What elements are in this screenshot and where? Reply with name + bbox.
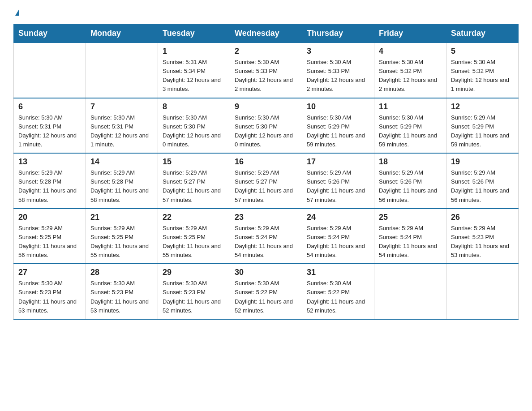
day-number: 18 bbox=[379, 157, 442, 167]
day-header-saturday: Saturday bbox=[446, 24, 519, 43]
calendar-cell: 17Sunrise: 5:29 AM Sunset: 5:26 PM Dayli… bbox=[302, 153, 374, 209]
day-number: 26 bbox=[451, 213, 514, 222]
calendar-cell: 3Sunrise: 5:30 AM Sunset: 5:33 PM Daylig… bbox=[302, 43, 374, 98]
day-info: Sunrise: 5:30 AM Sunset: 5:30 PM Dayligh… bbox=[163, 113, 225, 150]
calendar-cell: 11Sunrise: 5:30 AM Sunset: 5:29 PM Dayli… bbox=[374, 98, 446, 154]
calendar-cell: 15Sunrise: 5:29 AM Sunset: 5:27 PM Dayli… bbox=[158, 153, 230, 209]
calendar-cell: 21Sunrise: 5:29 AM Sunset: 5:25 PM Dayli… bbox=[86, 209, 158, 264]
day-number: 16 bbox=[235, 157, 297, 167]
day-info: Sunrise: 5:29 AM Sunset: 5:26 PM Dayligh… bbox=[451, 168, 514, 205]
calendar-cell: 1Sunrise: 5:31 AM Sunset: 5:34 PM Daylig… bbox=[158, 43, 230, 98]
calendar-cell: 7Sunrise: 5:30 AM Sunset: 5:31 PM Daylig… bbox=[86, 98, 158, 154]
logo-line1 bbox=[13, 9, 19, 17]
calendar-cell: 5Sunrise: 5:30 AM Sunset: 5:32 PM Daylig… bbox=[446, 43, 519, 98]
day-header-wednesday: Wednesday bbox=[230, 24, 302, 43]
day-number: 28 bbox=[90, 268, 153, 277]
calendar-cell bbox=[14, 43, 86, 98]
calendar-cell: 22Sunrise: 5:29 AM Sunset: 5:25 PM Dayli… bbox=[158, 209, 230, 264]
day-info: Sunrise: 5:31 AM Sunset: 5:34 PM Dayligh… bbox=[163, 58, 225, 94]
calendar-body: 1Sunrise: 5:31 AM Sunset: 5:34 PM Daylig… bbox=[14, 43, 519, 319]
day-info: Sunrise: 5:29 AM Sunset: 5:26 PM Dayligh… bbox=[307, 168, 369, 205]
day-info: Sunrise: 5:30 AM Sunset: 5:32 PM Dayligh… bbox=[379, 58, 442, 94]
day-header-monday: Monday bbox=[86, 24, 158, 43]
calendar-cell: 29Sunrise: 5:30 AM Sunset: 5:23 PM Dayli… bbox=[158, 264, 230, 319]
day-info: Sunrise: 5:30 AM Sunset: 5:33 PM Dayligh… bbox=[307, 58, 369, 94]
calendar-cell: 30Sunrise: 5:30 AM Sunset: 5:22 PM Dayli… bbox=[230, 264, 302, 319]
calendar-cell: 13Sunrise: 5:29 AM Sunset: 5:28 PM Dayli… bbox=[14, 153, 86, 209]
day-number: 13 bbox=[18, 157, 81, 167]
calendar-week-row: 27Sunrise: 5:30 AM Sunset: 5:23 PM Dayli… bbox=[14, 264, 519, 319]
calendar-week-row: 6Sunrise: 5:30 AM Sunset: 5:31 PM Daylig… bbox=[14, 98, 519, 154]
day-number: 11 bbox=[379, 102, 442, 111]
day-number: 24 bbox=[307, 213, 369, 222]
calendar-cell: 28Sunrise: 5:30 AM Sunset: 5:23 PM Dayli… bbox=[86, 264, 158, 319]
day-header-tuesday: Tuesday bbox=[158, 24, 230, 43]
day-info: Sunrise: 5:29 AM Sunset: 5:26 PM Dayligh… bbox=[379, 168, 442, 205]
calendar-cell: 20Sunrise: 5:29 AM Sunset: 5:25 PM Dayli… bbox=[14, 209, 86, 264]
day-info: Sunrise: 5:29 AM Sunset: 5:24 PM Dayligh… bbox=[307, 224, 369, 260]
day-info: Sunrise: 5:29 AM Sunset: 5:25 PM Dayligh… bbox=[163, 224, 225, 260]
day-number: 1 bbox=[163, 47, 225, 56]
calendar-cell: 9Sunrise: 5:30 AM Sunset: 5:30 PM Daylig… bbox=[230, 98, 302, 154]
day-number: 8 bbox=[163, 102, 225, 111]
day-info: Sunrise: 5:29 AM Sunset: 5:24 PM Dayligh… bbox=[379, 224, 442, 260]
day-number: 9 bbox=[235, 102, 297, 111]
day-info: Sunrise: 5:30 AM Sunset: 5:30 PM Dayligh… bbox=[235, 113, 297, 150]
calendar-cell: 19Sunrise: 5:29 AM Sunset: 5:26 PM Dayli… bbox=[446, 153, 519, 209]
calendar-cell: 27Sunrise: 5:30 AM Sunset: 5:23 PM Dayli… bbox=[14, 264, 86, 319]
header bbox=[13, 9, 519, 17]
calendar-cell: 26Sunrise: 5:29 AM Sunset: 5:23 PM Dayli… bbox=[446, 209, 519, 264]
day-info: Sunrise: 5:30 AM Sunset: 5:22 PM Dayligh… bbox=[307, 279, 369, 315]
day-info: Sunrise: 5:29 AM Sunset: 5:23 PM Dayligh… bbox=[451, 224, 514, 260]
calendar-cell: 16Sunrise: 5:29 AM Sunset: 5:27 PM Dayli… bbox=[230, 153, 302, 209]
day-header-thursday: Thursday bbox=[302, 24, 374, 43]
calendar-week-row: 20Sunrise: 5:29 AM Sunset: 5:25 PM Dayli… bbox=[14, 209, 519, 264]
day-info: Sunrise: 5:29 AM Sunset: 5:25 PM Dayligh… bbox=[18, 224, 81, 260]
day-info: Sunrise: 5:29 AM Sunset: 5:27 PM Dayligh… bbox=[163, 168, 225, 205]
day-number: 22 bbox=[163, 213, 225, 222]
day-info: Sunrise: 5:30 AM Sunset: 5:29 PM Dayligh… bbox=[379, 113, 442, 150]
day-number: 2 bbox=[235, 47, 297, 56]
calendar-cell: 25Sunrise: 5:29 AM Sunset: 5:24 PM Dayli… bbox=[374, 209, 446, 264]
calendar-cell: 8Sunrise: 5:30 AM Sunset: 5:30 PM Daylig… bbox=[158, 98, 230, 154]
calendar-cell bbox=[446, 264, 519, 319]
day-number: 3 bbox=[307, 47, 369, 56]
day-number: 7 bbox=[90, 102, 153, 111]
day-number: 5 bbox=[451, 47, 514, 56]
calendar-cell: 2Sunrise: 5:30 AM Sunset: 5:33 PM Daylig… bbox=[230, 43, 302, 98]
calendar-cell: 14Sunrise: 5:29 AM Sunset: 5:28 PM Dayli… bbox=[86, 153, 158, 209]
day-number: 6 bbox=[18, 102, 81, 111]
logo-triangle-icon bbox=[15, 9, 19, 16]
calendar-cell bbox=[374, 264, 446, 319]
day-number: 15 bbox=[163, 157, 225, 167]
day-number: 17 bbox=[307, 157, 369, 167]
calendar-cell: 24Sunrise: 5:29 AM Sunset: 5:24 PM Dayli… bbox=[302, 209, 374, 264]
day-info: Sunrise: 5:29 AM Sunset: 5:25 PM Dayligh… bbox=[90, 224, 153, 260]
calendar-table: SundayMondayTuesdayWednesdayThursdayFrid… bbox=[13, 24, 519, 320]
day-info: Sunrise: 5:30 AM Sunset: 5:23 PM Dayligh… bbox=[18, 279, 81, 315]
day-number: 27 bbox=[18, 268, 81, 277]
calendar-cell: 18Sunrise: 5:29 AM Sunset: 5:26 PM Dayli… bbox=[374, 153, 446, 209]
day-number: 4 bbox=[379, 47, 442, 56]
day-number: 29 bbox=[163, 268, 225, 277]
calendar-week-row: 1Sunrise: 5:31 AM Sunset: 5:34 PM Daylig… bbox=[14, 43, 519, 98]
calendar-cell: 31Sunrise: 5:30 AM Sunset: 5:22 PM Dayli… bbox=[302, 264, 374, 319]
day-info: Sunrise: 5:30 AM Sunset: 5:23 PM Dayligh… bbox=[90, 279, 153, 315]
day-number: 20 bbox=[18, 213, 81, 222]
day-info: Sunrise: 5:30 AM Sunset: 5:23 PM Dayligh… bbox=[163, 279, 225, 315]
day-number: 30 bbox=[235, 268, 297, 277]
day-info: Sunrise: 5:30 AM Sunset: 5:33 PM Dayligh… bbox=[235, 58, 297, 94]
calendar-cell bbox=[86, 43, 158, 98]
day-info: Sunrise: 5:29 AM Sunset: 5:27 PM Dayligh… bbox=[235, 168, 297, 205]
day-info: Sunrise: 5:29 AM Sunset: 5:28 PM Dayligh… bbox=[18, 168, 81, 205]
logo bbox=[13, 9, 19, 17]
day-info: Sunrise: 5:30 AM Sunset: 5:31 PM Dayligh… bbox=[90, 113, 153, 150]
day-info: Sunrise: 5:30 AM Sunset: 5:31 PM Dayligh… bbox=[18, 113, 81, 150]
calendar-cell: 10Sunrise: 5:30 AM Sunset: 5:29 PM Dayli… bbox=[302, 98, 374, 154]
day-number: 10 bbox=[307, 102, 369, 111]
day-number: 23 bbox=[235, 213, 297, 222]
day-info: Sunrise: 5:30 AM Sunset: 5:32 PM Dayligh… bbox=[451, 58, 514, 94]
day-number: 25 bbox=[379, 213, 442, 222]
day-info: Sunrise: 5:30 AM Sunset: 5:29 PM Dayligh… bbox=[307, 113, 369, 150]
calendar-cell: 12Sunrise: 5:29 AM Sunset: 5:29 PM Dayli… bbox=[446, 98, 519, 154]
